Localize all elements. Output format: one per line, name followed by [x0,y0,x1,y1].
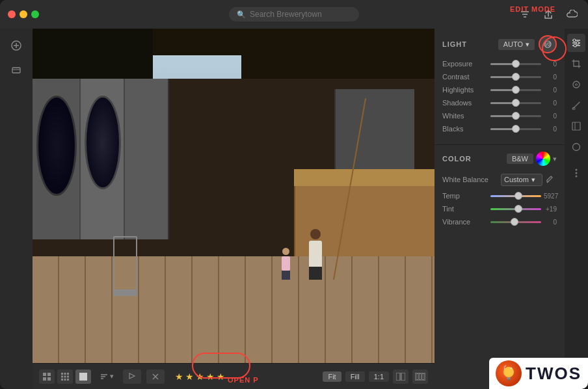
vibrance-value: 0 [544,219,557,226]
twos-logo: TWOS [489,358,588,389]
whites-value: 0 [544,113,557,120]
bulb-icon [496,360,522,386]
svg-rect-32 [422,373,424,379]
highlights-row: Highlights 0 [442,86,557,94]
vibrance-row: Vibrance 0 [442,218,557,226]
white-balance-label: White Balance [442,176,501,183]
contrast-row: Contrast 0 [442,73,557,81]
white-balance-value: Custom [504,176,529,183]
exposure-value: 0 [544,60,557,68]
svg-rect-28 [401,373,405,381]
contrast-value: 0 [544,74,557,81]
contrast-label: Contrast [442,73,488,81]
svg-rect-11 [47,377,51,381]
svg-point-56 [503,367,514,377]
white-balance-select[interactable]: Custom ▾ [501,174,542,186]
star-4[interactable]: ★ [206,371,215,382]
rating-stars[interactable]: ★ ★ ★ ★ ★ [175,371,225,382]
compare-button[interactable] [393,369,408,384]
edit-mode-button[interactable] [539,35,557,53]
layers-icon[interactable] [6,60,27,81]
close-button[interactable] [8,10,16,18]
vibrance-slider[interactable] [490,221,541,223]
exposure-row: Exposure 0 [442,60,557,68]
highlights-value: 0 [544,87,557,94]
svg-rect-20 [67,379,69,381]
highlights-slider[interactable] [490,89,541,91]
svg-point-52 [576,169,578,171]
search-icon: 🔍 [237,10,246,19]
grid-view-button[interactable] [39,369,55,384]
color-picker-button[interactable] [536,152,550,166]
svg-rect-16 [64,375,66,377]
color-section-header: COLOR B&W ▾ [442,152,557,166]
temp-label: Temp [442,192,488,200]
zoom-fit-button[interactable]: Fit [323,371,341,382]
search-bar[interactable]: 🔍 [229,7,359,21]
star-5[interactable]: ★ [217,371,225,382]
grid-view2-button[interactable] [57,369,73,384]
photo-image [33,29,434,363]
add-icon[interactable] [6,35,27,56]
flag-button[interactable] [123,369,141,384]
light-section-header: LIGHT AUTO ▾ [442,35,557,53]
tint-row: Tint +19 [442,205,557,213]
minimize-button[interactable] [20,10,27,18]
zoom-controls: Fit Fill 1:1 [323,369,428,384]
exposure-slider[interactable] [490,63,541,65]
svg-point-46 [574,44,576,47]
temp-slider[interactable] [490,195,541,197]
cloud-icon[interactable] [563,6,580,23]
svg-rect-8 [43,373,46,376]
svg-rect-31 [420,373,421,379]
maximize-button[interactable] [31,10,39,18]
filmstrip-button[interactable] [412,369,428,384]
color-section: COLOR B&W ▾ White Balance Custom ▾ [434,145,565,237]
adjustments-icon[interactable] [567,34,585,52]
circle-icon[interactable] [567,138,585,156]
crop-icon[interactable] [567,55,585,73]
tint-slider[interactable] [490,208,541,210]
zoom-fill-button[interactable]: Fill [345,371,365,382]
star-1[interactable]: ★ [175,371,183,382]
svg-point-53 [576,172,578,174]
exposure-label: Exposure [442,60,488,68]
search-input[interactable] [250,10,341,19]
tint-label: Tint [442,205,488,213]
star-2[interactable]: ★ [185,371,194,382]
shadows-row: Shadows 0 [442,99,557,107]
tint-value: +19 [544,206,557,213]
bw-button[interactable]: B&W [507,154,533,164]
twos-text: TWOS [526,364,581,384]
light-title: LIGHT [442,40,467,48]
svg-rect-19 [64,379,66,381]
svg-point-51 [573,144,580,151]
star-3[interactable]: ★ [196,371,204,382]
brush-icon[interactable] [567,96,585,114]
left-sidebar [0,29,33,389]
blacks-value: 0 [544,126,557,133]
blacks-slider[interactable] [490,128,541,130]
blacks-label: Blacks [442,125,488,133]
temp-value: 5927 [544,193,557,200]
temp-row: Temp 5927 [442,192,557,200]
auto-button[interactable]: AUTO ▾ [498,39,535,50]
vibrance-label: Vibrance [442,218,488,226]
wb-chevron: ▾ [531,176,535,184]
eyedropper-button[interactable] [542,172,557,187]
more-icon[interactable] [567,164,585,182]
panel-icon[interactable] [567,117,585,135]
whites-slider[interactable] [490,115,541,117]
shadows-slider[interactable] [490,102,541,104]
sort-button[interactable]: ▾ [96,370,118,382]
healing-icon[interactable] [567,75,585,94]
single-view-button[interactable] [75,369,91,384]
svg-point-54 [576,176,578,178]
zoom-1to1-button[interactable]: 1:1 [369,371,389,382]
photo-area: ▾ ★ ★ ★ ★ [33,29,434,389]
main-area: ▾ ★ ★ ★ ★ [0,29,588,389]
shadows-label: Shadows [442,99,488,107]
contrast-slider[interactable] [490,76,541,78]
photo-canvas [33,29,434,363]
reject-button[interactable] [146,369,165,384]
